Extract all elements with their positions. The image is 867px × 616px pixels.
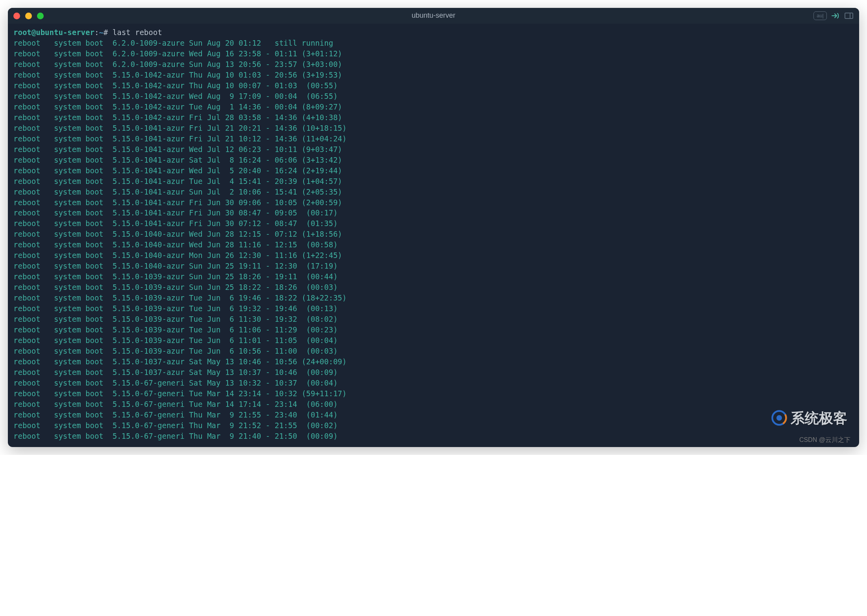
watermark-logo-icon: [771, 410, 787, 426]
toolbar-right: au|: [813, 11, 854, 20]
prompt: root@ubuntu-server:~# last reboot: [13, 28, 162, 37]
terminal-body[interactable]: root@ubuntu-server:~# last reboot reboot…: [8, 24, 859, 447]
traffic-lights: [13, 13, 44, 19]
prompt-path: ~: [99, 28, 103, 37]
command-text: last reboot: [113, 28, 162, 37]
maximize-icon[interactable]: [37, 13, 44, 19]
prompt-host: ubuntu-server: [36, 28, 94, 37]
titlebar: ubuntu-server au|: [8, 8, 859, 24]
prompt-user: root: [13, 28, 31, 37]
window-title: ubuntu-server: [8, 11, 859, 21]
profile-pill[interactable]: au|: [813, 11, 827, 20]
prompt-hash: #: [104, 28, 108, 37]
terminal-window: ubuntu-server au| root@ubuntu-server:~# …: [8, 8, 859, 447]
watermark: 系统极客: [771, 408, 847, 428]
svg-point-4: [776, 415, 782, 421]
prompt-colon: :: [94, 28, 99, 37]
watermark-text: 系统极客: [791, 408, 847, 428]
prompt-at: @: [31, 28, 36, 37]
terminal-output: reboot system boot 6.2.0-1009-azure Sun …: [13, 39, 346, 440]
split-pane-icon[interactable]: [844, 12, 854, 20]
minimize-icon[interactable]: [25, 13, 32, 19]
share-icon[interactable]: [831, 12, 840, 20]
svg-rect-0: [845, 13, 853, 19]
csdn-watermark: CSDN @云川之下: [799, 436, 850, 445]
close-icon[interactable]: [13, 13, 20, 19]
